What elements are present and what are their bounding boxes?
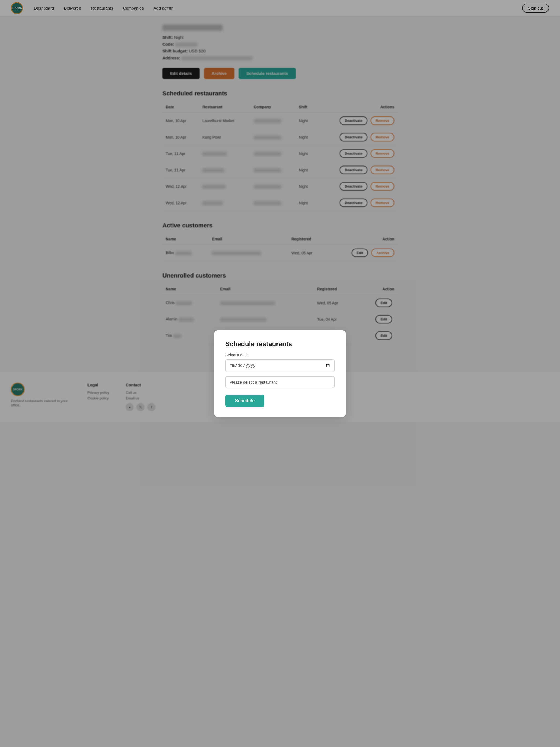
modal-overlay[interactable]: Schedule restaurants Select a date Pleas… <box>0 0 560 422</box>
date-input[interactable] <box>225 359 335 372</box>
modal-title: Schedule restaurants <box>225 340 335 348</box>
schedule-button[interactable]: Schedule <box>225 394 264 407</box>
schedule-modal: Schedule restaurants Select a date Pleas… <box>214 330 346 417</box>
modal-date-label: Select a date <box>225 353 335 357</box>
restaurant-select[interactable]: Please select a restaurant <box>225 376 335 388</box>
